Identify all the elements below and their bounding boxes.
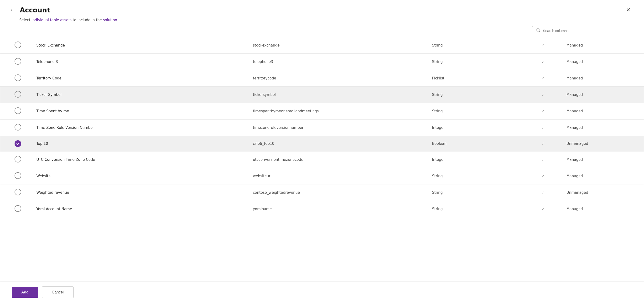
- checkmark-icon: ✓: [542, 207, 544, 211]
- search-input-wrap: [532, 26, 632, 35]
- table-row: Weighted revenuecontoso_weightedrevenueS…: [0, 184, 644, 201]
- logical-name: territorycode: [248, 70, 427, 86]
- logical-name: stockexchange: [248, 37, 427, 54]
- check-mark: ✓: [524, 201, 562, 217]
- subtitle-highlight1: individual table assets: [32, 18, 72, 22]
- managed-status: Managed: [562, 86, 644, 103]
- close-button[interactable]: ✕: [624, 6, 632, 14]
- managed-status: Managed: [562, 37, 644, 54]
- table-row: UTC Conversion Time Zone Codeutcconversi…: [0, 152, 644, 168]
- checkmark-icon: ✓: [542, 126, 544, 130]
- checkbox-checked[interactable]: [14, 140, 21, 147]
- logical-name: utcconversiontimezonecode: [248, 152, 427, 168]
- check-mark: ✓: [524, 136, 562, 152]
- checkmark-icon: ✓: [542, 76, 544, 80]
- checkbox-empty[interactable]: [14, 42, 21, 48]
- column-type: String: [427, 201, 524, 217]
- checkmark-icon: ✓: [542, 93, 544, 97]
- check-mark: ✓: [524, 168, 562, 184]
- table-area: Stock ExchangestockexchangeString✓Manage…: [0, 37, 644, 282]
- table-row: Yomi Account NameyominameString✓Managed: [0, 201, 644, 217]
- checkmark-icon: ✓: [542, 142, 544, 146]
- checkbox-empty[interactable]: [14, 91, 21, 98]
- column-type: String: [427, 184, 524, 201]
- subtitle-text-after: .: [117, 18, 118, 22]
- column-name: Stock Exchange: [32, 37, 248, 54]
- search-bar-row: [0, 26, 644, 37]
- check-mark: ✓: [524, 152, 562, 168]
- column-type: String: [427, 37, 524, 54]
- checkmark-icon: ✓: [542, 109, 544, 113]
- back-button[interactable]: ←: [9, 6, 16, 14]
- check-mark: ✓: [524, 103, 562, 120]
- column-name: Website: [32, 168, 248, 184]
- checkmark-icon: ✓: [542, 191, 544, 194]
- checkmark-icon: ✓: [542, 174, 544, 178]
- logical-name: yominame: [248, 201, 427, 217]
- search-icon: [536, 28, 540, 33]
- logical-name: timezoneruleversionnumber: [248, 120, 427, 136]
- check-mark: ✓: [524, 120, 562, 136]
- managed-status: Managed: [562, 103, 644, 120]
- column-type: Integer: [427, 152, 524, 168]
- column-name: Time Zone Rule Version Number: [32, 120, 248, 136]
- footer: Add Cancel: [0, 282, 644, 303]
- column-type: String: [427, 103, 524, 120]
- column-name: Ticker Symbol: [32, 86, 248, 103]
- logical-name: timespentbymeonemailandmeetings: [248, 103, 427, 120]
- managed-status: Managed: [562, 152, 644, 168]
- table-row: WebsitewebsiteurlString✓Managed: [0, 168, 644, 184]
- logical-name: telephone3: [248, 54, 427, 70]
- checkbox-empty[interactable]: [14, 189, 21, 196]
- column-type: Boolean: [427, 136, 524, 152]
- table-row: Time Spent by metimespentbymeonemailandm…: [0, 103, 644, 120]
- page-title: Account: [20, 6, 50, 14]
- subtitle: Select individual table assets to includ…: [0, 17, 644, 26]
- columns-table: Stock ExchangestockexchangeString✓Manage…: [0, 37, 644, 217]
- checkbox-empty[interactable]: [14, 58, 21, 65]
- managed-status: Managed: [562, 70, 644, 86]
- add-button[interactable]: Add: [12, 287, 38, 298]
- checkmark-icon: ✓: [542, 44, 544, 47]
- search-input[interactable]: [543, 29, 628, 33]
- check-mark: ✓: [524, 86, 562, 103]
- logical-name: tickersymbol: [248, 86, 427, 103]
- column-name: Weighted revenue: [32, 184, 248, 201]
- column-name: Yomi Account Name: [32, 201, 248, 217]
- subtitle-text-before: Select: [19, 18, 32, 22]
- column-name: Time Spent by me: [32, 103, 248, 120]
- table-row: Telephone 3telephone3String✓Managed: [0, 54, 644, 70]
- checkbox-empty[interactable]: [14, 124, 21, 130]
- column-name: Territory Code: [32, 70, 248, 86]
- checkbox-empty[interactable]: [14, 172, 21, 179]
- column-name: Telephone 3: [32, 54, 248, 70]
- check-mark: ✓: [524, 54, 562, 70]
- table-row: Time Zone Rule Version Numbertimezonerul…: [0, 120, 644, 136]
- checkbox-empty[interactable]: [14, 74, 21, 81]
- check-mark: ✓: [524, 70, 562, 86]
- column-name: Top 10: [32, 136, 248, 152]
- checkbox-empty[interactable]: [14, 205, 21, 212]
- table-row: Ticker SymboltickersymbolString✓Managed: [0, 86, 644, 103]
- checkmark-icon: ✓: [542, 158, 544, 162]
- table-row: Territory CodeterritorycodePicklist✓Mana…: [0, 70, 644, 86]
- subtitle-highlight2: solution: [103, 18, 117, 22]
- table-row: Stock ExchangestockexchangeString✓Manage…: [0, 37, 644, 54]
- managed-status: Managed: [562, 168, 644, 184]
- checkbox-empty[interactable]: [14, 107, 21, 114]
- cancel-button[interactable]: Cancel: [42, 286, 74, 298]
- logical-name: crfb6_top10: [248, 136, 427, 152]
- checkmark-icon: ✓: [542, 60, 544, 64]
- column-type: String: [427, 168, 524, 184]
- dialog: ← Account ✕ Select individual table asse…: [0, 0, 644, 303]
- table-row: Top 10crfb6_top10Boolean✓Unmanaged: [0, 136, 644, 152]
- managed-status: Unmanaged: [562, 184, 644, 201]
- column-type: Picklist: [427, 70, 524, 86]
- checkbox-empty[interactable]: [14, 156, 21, 162]
- svg-line-1: [539, 31, 540, 32]
- check-mark: ✓: [524, 37, 562, 54]
- column-name: UTC Conversion Time Zone Code: [32, 152, 248, 168]
- dialog-header: ← Account ✕: [0, 0, 644, 17]
- logical-name: contoso_weightedrevenue: [248, 184, 427, 201]
- subtitle-text-middle: to include in the: [72, 18, 103, 22]
